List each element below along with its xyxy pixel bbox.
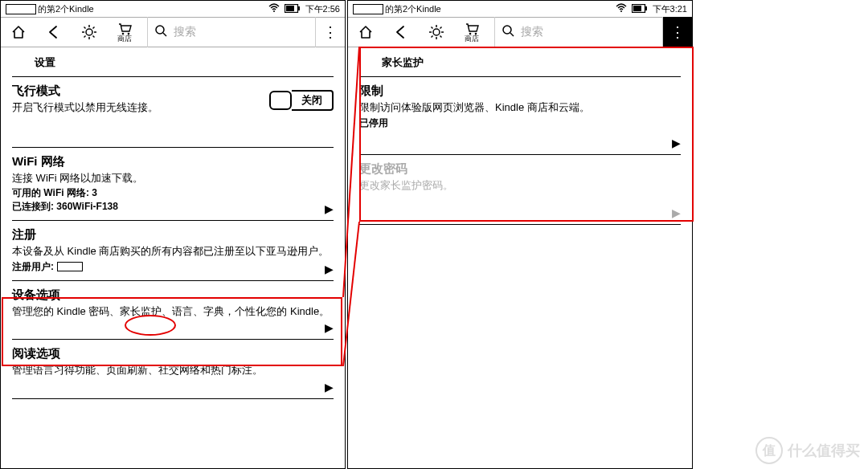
- toolbar: 商店 搜索 ⋮: [1, 17, 345, 47]
- user-box: [6, 4, 36, 14]
- svg-line-12: [93, 27, 95, 29]
- time-label: 下午2:56: [305, 3, 340, 15]
- restrict-desc: 限制访问体验版网页浏览器、Kindle 商店和云端。: [359, 100, 681, 115]
- wifi-title: WiFi 网络: [12, 154, 334, 169]
- time-label: 下午3:21: [653, 3, 687, 15]
- svg-line-11: [84, 36, 86, 38]
- shop-button[interactable]: 商店: [454, 17, 489, 47]
- page-title: 家长监护: [359, 52, 681, 76]
- brightness-button[interactable]: [419, 17, 454, 47]
- shop-label: 商店: [117, 35, 132, 43]
- watermark-icon: 值: [755, 437, 783, 464]
- reg-user-box: [57, 262, 83, 271]
- wifi-count: 可用的 WiFi 网络: 3: [12, 186, 334, 200]
- device-label: 的第2个Kindle: [38, 3, 94, 15]
- status-bar: 的第2个Kindle 下午2:56: [1, 1, 345, 17]
- svg-line-33: [510, 33, 514, 36]
- svg-point-17: [620, 10, 622, 12]
- watermark: 值 什么值得买: [755, 437, 860, 464]
- wifi-connected: 已连接到: 360WiFi-F138: [12, 200, 334, 214]
- svg-line-9: [84, 27, 86, 29]
- device-desc: 管理您的 Kindle 密码、家长监护、语言、字典，个性化您的 Kindle。: [12, 304, 334, 319]
- left-screen: 的第2个Kindle 下午2:56 商店 搜索 ⋮: [0, 0, 346, 469]
- page-title: 设置: [12, 52, 334, 76]
- svg-point-21: [433, 29, 440, 35]
- chevron-right-icon: ▶: [672, 137, 681, 149]
- svg-line-28: [432, 36, 433, 38]
- svg-point-4: [86, 29, 92, 35]
- row-change-password: 更改密码 更改家长监护密码。 ▶: [359, 155, 681, 226]
- chevron-right-icon: ▶: [325, 321, 334, 334]
- wifi-desc: 连接 WiFi 网络以加速下载。: [12, 171, 334, 186]
- wifi-icon: [616, 3, 627, 14]
- reg-title: 注册: [12, 227, 334, 243]
- svg-point-32: [503, 26, 511, 34]
- svg-rect-3: [298, 6, 300, 10]
- row-device-options[interactable]: 设备选项 管理您的 Kindle 密码、家长监护、语言、字典，个性化您的 Kin…: [12, 281, 334, 341]
- home-button[interactable]: [1, 17, 36, 47]
- device-title: 设备选项: [12, 288, 334, 303]
- row-restrictions[interactable]: 限制 限制访问体验版网页浏览器、Kindle 商店和云端。 已停用 ▶: [359, 76, 681, 155]
- chevron-right-icon: ▶: [325, 381, 334, 394]
- restrict-title: 限制: [359, 84, 681, 99]
- user-box: [353, 4, 383, 14]
- svg-point-15: [156, 26, 164, 34]
- search-input[interactable]: 搜索: [494, 17, 663, 47]
- back-button[interactable]: [36, 17, 72, 47]
- restrict-status: 已停用: [359, 116, 681, 130]
- svg-rect-19: [633, 6, 641, 11]
- battery-icon: [285, 4, 301, 14]
- parental-content: 家长监护 限制 限制访问体验版网页浏览器、Kindle 商店和云端。 已停用 ▶…: [348, 47, 692, 225]
- wifi-icon: [268, 3, 280, 14]
- reg-user-label: 注册用户:: [12, 260, 54, 274]
- search-placeholder: 搜索: [521, 25, 543, 39]
- row-airplane-mode[interactable]: 飞行模式 开启飞行模式以禁用无线连接。 关闭: [12, 76, 334, 148]
- airplane-toggle[interactable]: 关闭: [269, 90, 334, 111]
- changepw-title: 更改密码: [359, 161, 681, 177]
- svg-rect-20: [645, 6, 647, 10]
- search-placeholder: 搜索: [174, 25, 196, 39]
- home-button[interactable]: [348, 17, 383, 47]
- search-input[interactable]: 搜索: [147, 17, 316, 47]
- svg-point-0: [273, 10, 275, 12]
- menu-button[interactable]: ⋮: [316, 17, 345, 47]
- back-button[interactable]: [383, 17, 419, 47]
- chevron-right-icon: ▶: [672, 206, 681, 219]
- row-reading-options[interactable]: 阅读选项 管理语言习得功能、页面刷新、社交网络和热门标注。 ▶: [12, 340, 334, 399]
- shop-button[interactable]: 商店: [107, 17, 142, 47]
- reading-title: 阅读选项: [12, 346, 334, 361]
- toggle-label: 关闭: [292, 90, 334, 111]
- status-bar: 的第2个Kindle 下午3:21: [348, 1, 692, 17]
- menu-button[interactable]: ⋮: [663, 17, 692, 47]
- changepw-desc: 更改家长监护密码。: [359, 178, 681, 193]
- chevron-right-icon: ▶: [325, 263, 334, 275]
- svg-line-29: [440, 27, 442, 29]
- toggle-knob: [269, 91, 292, 110]
- row-registration[interactable]: 注册 本设备及从 Kindle 商店购买的所有内容都已注册至以下亚马逊用户。 注…: [12, 221, 334, 281]
- brightness-button[interactable]: [72, 17, 107, 47]
- svg-line-26: [432, 27, 433, 29]
- svg-line-10: [93, 36, 95, 38]
- battery-icon: [632, 4, 648, 14]
- reading-desc: 管理语言习得功能、页面刷新、社交网络和热门标注。: [12, 363, 334, 377]
- reg-user-line: 注册用户:: [12, 260, 334, 274]
- watermark-text: 什么值得买: [788, 441, 860, 460]
- device-label: 的第2个Kindle: [385, 3, 441, 15]
- search-icon: [502, 24, 514, 40]
- svg-line-16: [163, 33, 166, 36]
- row-extra[interactable]: [12, 399, 334, 418]
- toolbar: 商店 搜索 ⋮: [348, 17, 692, 47]
- row-wifi[interactable]: WiFi 网络 连接 WiFi 网络以加速下载。 可用的 WiFi 网络: 3 …: [12, 148, 334, 222]
- right-screen: 的第2个Kindle 下午3:21 商店 搜索 ⋮: [347, 0, 693, 469]
- settings-content: 设置 飞行模式 开启飞行模式以禁用无线连接。 关闭 WiFi 网络 连接 WiF…: [1, 47, 345, 418]
- svg-rect-2: [286, 6, 294, 11]
- reg-desc: 本设备及从 Kindle 商店购买的所有内容都已注册至以下亚马逊用户。: [12, 244, 334, 259]
- svg-line-27: [440, 36, 442, 38]
- chevron-right-icon: ▶: [325, 202, 334, 215]
- search-icon: [154, 24, 167, 40]
- shop-label: 商店: [465, 35, 479, 43]
